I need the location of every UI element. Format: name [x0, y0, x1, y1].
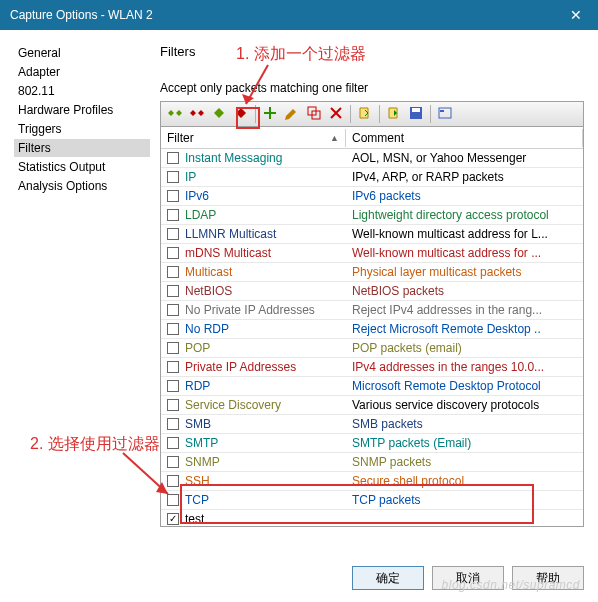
col-comment[interactable]: Comment [346, 129, 583, 147]
row-checkbox[interactable] [167, 418, 179, 430]
sidebar-item-general[interactable]: General [14, 44, 150, 62]
row-checkbox[interactable] [167, 494, 179, 506]
row-checkbox[interactable] [167, 152, 179, 164]
row-checkbox[interactable] [167, 456, 179, 468]
table-row[interactable]: SNMPSNMP packets [161, 453, 583, 472]
save-icon [408, 105, 424, 124]
row-checkbox[interactable] [167, 190, 179, 202]
disable-icon [233, 105, 249, 124]
new-icon [262, 105, 278, 124]
duplicate-icon [306, 105, 322, 124]
edit-icon [284, 105, 300, 124]
table-row[interactable]: No RDPReject Microsoft Remote Desktop .. [161, 320, 583, 339]
table-row[interactable]: TCPTCP packets [161, 491, 583, 510]
duplicate-button[interactable] [304, 104, 324, 124]
svg-rect-4 [439, 108, 451, 118]
row-checkbox[interactable] [167, 342, 179, 354]
row-checkbox[interactable] [167, 228, 179, 240]
row-checkbox[interactable] [167, 285, 179, 297]
row-checkbox[interactable] [167, 266, 179, 278]
sidebar-item-statistics-output[interactable]: Statistics Output [14, 158, 150, 176]
filter-name: IP [185, 170, 196, 184]
row-checkbox[interactable] [167, 361, 179, 373]
table-row[interactable]: test [161, 510, 583, 527]
filter-name: SNMP [185, 455, 220, 469]
table-row[interactable]: Instant MessagingAOL, MSN, or Yahoo Mess… [161, 149, 583, 168]
table-row[interactable]: SMTPSMTP packets (Email) [161, 434, 583, 453]
row-checkbox[interactable] [167, 513, 179, 525]
row-checkbox[interactable] [167, 437, 179, 449]
row-checkbox[interactable] [167, 475, 179, 487]
row-checkbox[interactable] [167, 171, 179, 183]
table-row[interactable]: SMBSMB packets [161, 415, 583, 434]
svg-rect-3 [412, 108, 420, 112]
sidebar-item-adapter[interactable]: Adapter [14, 63, 150, 81]
filter-name: Instant Messaging [185, 151, 282, 165]
filter-comment: Physical layer multicast packets [346, 265, 583, 279]
filter-name: SSH [185, 474, 210, 488]
table-row[interactable]: Private IP AddressesIPv4 addresses in th… [161, 358, 583, 377]
table-row[interactable]: IPIPv4, ARP, or RARP packets [161, 168, 583, 187]
disable-button[interactable] [231, 104, 251, 124]
table-row[interactable]: mDNS MulticastWell-known multicast addre… [161, 244, 583, 263]
table-row[interactable]: MulticastPhysical layer multicast packet… [161, 263, 583, 282]
toolbar-separator [350, 105, 351, 123]
row-checkbox[interactable] [167, 304, 179, 316]
save-button[interactable] [406, 104, 426, 124]
table-row[interactable]: RDPMicrosoft Remote Desktop Protocol [161, 377, 583, 396]
table-row[interactable]: LLMNR MulticastWell-known multicast addr… [161, 225, 583, 244]
disable-all-button[interactable] [187, 104, 207, 124]
sort-asc-icon: ▲ [330, 133, 339, 143]
close-button[interactable]: ✕ [553, 0, 598, 30]
toolbar [160, 101, 584, 127]
sidebar-item-hardware-profiles[interactable]: Hardware Profiles [14, 101, 150, 119]
enable-icon [211, 105, 227, 124]
accept-label: Accept only packets matching one filter [160, 81, 584, 95]
row-checkbox[interactable] [167, 247, 179, 259]
col-comment-label: Comment [352, 131, 404, 145]
help-button[interactable]: 帮助 [512, 566, 584, 590]
sidebar-item-triggers[interactable]: Triggers [14, 120, 150, 138]
filter-name: TCP [185, 493, 209, 507]
dialog-buttons: 确定 取消 帮助 [352, 566, 584, 590]
filter-table: Filter ▲ Comment Instant MessagingAOL, M… [160, 127, 584, 527]
filter-name: LDAP [185, 208, 216, 222]
filter-name: test [185, 512, 204, 526]
row-checkbox[interactable] [167, 209, 179, 221]
export-icon [386, 105, 402, 124]
table-row[interactable]: LDAPLightweight directory access protoco… [161, 206, 583, 225]
delete-button[interactable] [326, 104, 346, 124]
edit-button[interactable] [282, 104, 302, 124]
filter-comment: AOL, MSN, or Yahoo Messenger [346, 151, 583, 165]
filter-comment: SMB packets [346, 417, 583, 431]
row-checkbox[interactable] [167, 380, 179, 392]
sidebar-item-analysis-options[interactable]: Analysis Options [14, 177, 150, 195]
import-button[interactable] [355, 104, 375, 124]
sidebar-item-802-11[interactable]: 802.11 [14, 82, 150, 100]
table-row[interactable]: SSHSecure shell protocol [161, 472, 583, 491]
filter-comment: IPv6 packets [346, 189, 583, 203]
ok-button[interactable]: 确定 [352, 566, 424, 590]
new-button[interactable] [260, 104, 280, 124]
filter-comment: SNMP packets [346, 455, 583, 469]
enable-all-button[interactable] [165, 104, 185, 124]
table-row[interactable]: POPPOP packets (email) [161, 339, 583, 358]
sidebar: GeneralAdapter802.11Hardware ProfilesTri… [0, 30, 150, 550]
cancel-button[interactable]: 取消 [432, 566, 504, 590]
table-row[interactable]: No Private IP AddressesReject IPv4 addre… [161, 301, 583, 320]
row-checkbox[interactable] [167, 323, 179, 335]
svg-rect-5 [440, 110, 444, 112]
filter-name: NetBIOS [185, 284, 232, 298]
disable-all-icon [189, 105, 205, 124]
table-row[interactable]: Service DiscoveryVarious service discove… [161, 396, 583, 415]
table-row[interactable]: NetBIOSNetBIOS packets [161, 282, 583, 301]
col-filter[interactable]: Filter ▲ [161, 129, 346, 147]
titlebar: Capture Options - WLAN 2 ✕ [0, 0, 598, 30]
sidebar-item-filters[interactable]: Filters [14, 139, 150, 157]
row-checkbox[interactable] [167, 399, 179, 411]
filter-comment: NetBIOS packets [346, 284, 583, 298]
export-button[interactable] [384, 104, 404, 124]
options-button[interactable] [435, 104, 455, 124]
enable-button[interactable] [209, 104, 229, 124]
table-row[interactable]: IPv6IPv6 packets [161, 187, 583, 206]
